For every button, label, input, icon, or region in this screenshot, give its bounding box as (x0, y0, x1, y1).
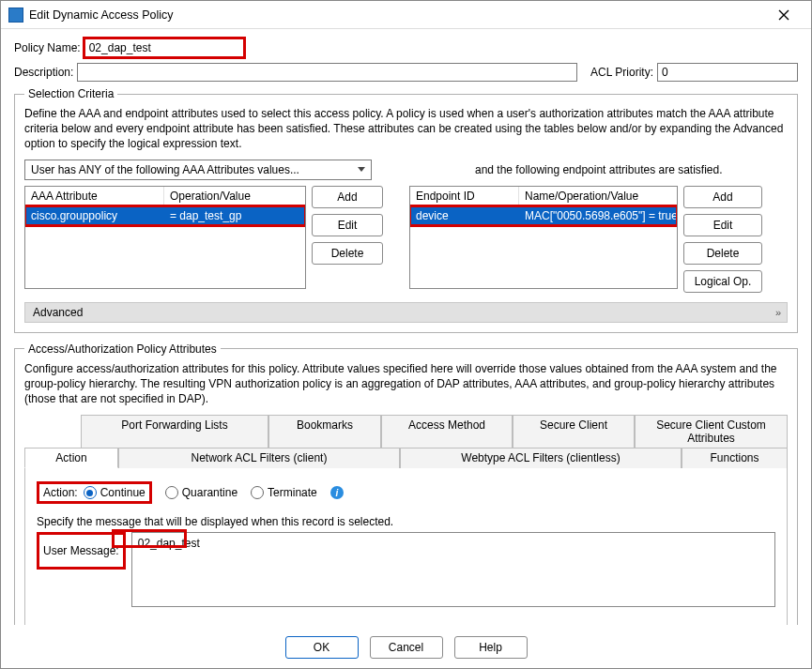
selection-intro: Define the AAA and endpoint attributes u… (24, 106, 788, 152)
endpoint-button-column: Add Edit Delete Logical Op. (683, 186, 762, 293)
policy-attrs-intro: Configure access/authorization attribute… (24, 361, 788, 407)
aaa-row-val: = dap_test_gp (164, 206, 305, 225)
aaa-match-dropdown[interactable]: User has ANY of the following AAA Attrib… (24, 160, 372, 180)
cancel-button[interactable]: Cancel (370, 636, 443, 659)
acl-priority-label: ACL Priority: (590, 66, 653, 79)
user-message-label-box: User Message: (37, 532, 126, 570)
tables-row: AAA Attribute Operation/Value cisco.grou… (24, 186, 788, 293)
help-button[interactable]: Help (454, 636, 528, 659)
criteria-header-row: User has ANY of the following AAA Attrib… (24, 160, 788, 180)
tabs-container: Port Forwarding Lists Bookmarks Access M… (24, 414, 788, 625)
tab-bookmarks[interactable]: Bookmarks (268, 415, 381, 448)
radio-quarantine[interactable]: Quarantine (165, 486, 237, 499)
endpoint-col-id: Endpoint ID (410, 187, 519, 205)
advanced-label: Advanced (33, 306, 83, 319)
aaa-row-attr: cisco.grouppolicy (25, 206, 164, 225)
radio-circle-icon (165, 486, 178, 499)
user-message-prompt: Specify the message that will be display… (37, 515, 775, 528)
tab-secure-client-custom[interactable]: Secure Client Custom Attributes (635, 415, 788, 448)
aaa-table-head: AAA Attribute Operation/Value (25, 187, 305, 206)
aaa-table[interactable]: AAA Attribute Operation/Value cisco.grou… (24, 186, 306, 289)
aaa-col-attribute: AAA Attribute (25, 187, 164, 205)
aaa-match-dropdown-text: User has ANY of the following AAA Attrib… (31, 163, 299, 176)
endpoint-logical-button[interactable]: Logical Op. (683, 270, 762, 293)
endpoint-delete-button[interactable]: Delete (683, 242, 762, 265)
tab-webtype-acl[interactable]: Webtype ACL Filters (clientless) (400, 448, 682, 468)
aaa-edit-button[interactable]: Edit (312, 214, 383, 236)
endpoint-table-head: Endpoint ID Name/Operation/Value (410, 187, 677, 206)
selection-criteria-group: Selection Criteria Define the AAA and en… (14, 87, 798, 333)
endpoint-edit-button[interactable]: Edit (683, 214, 762, 236)
advanced-expander[interactable]: Advanced » (24, 302, 788, 323)
policy-name-row: Policy Name: (14, 38, 798, 57)
tab-network-acl[interactable]: Network ACL Filters (client) (118, 448, 400, 468)
description-input[interactable] (77, 63, 577, 82)
radio-continue[interactable]: Continue (84, 486, 146, 499)
aaa-col-opval: Operation/Value (164, 187, 305, 205)
endpoint-table-row[interactable]: device MAC["0050.5698.e605"] = true (410, 206, 677, 225)
radio-terminate-label: Terminate (268, 486, 317, 499)
policy-name-label: Policy Name: (14, 41, 81, 54)
radio-terminate[interactable]: Terminate (251, 486, 317, 499)
policy-attrs-group: Access/Authorization Policy Attributes C… (14, 342, 798, 625)
acl-priority-input[interactable] (657, 63, 798, 82)
tab-action[interactable]: Action (24, 448, 118, 468)
radio-circle-icon (84, 486, 97, 499)
tab-access-method[interactable]: Access Method (381, 415, 513, 448)
description-row: Description: ACL Priority: (14, 63, 798, 82)
dialog-footer: OK Cancel Help (1, 625, 811, 668)
window-title: Edit Dynamic Access Policy (29, 8, 764, 22)
tab-functions[interactable]: Functions (682, 448, 788, 468)
endpoint-col-opval: Name/Operation/Value (519, 187, 677, 205)
endpoint-note: and the following endpoint attributes ar… (475, 163, 723, 176)
endpoint-table[interactable]: Endpoint ID Name/Operation/Value device … (409, 186, 678, 289)
app-icon (8, 8, 23, 23)
radio-circle-icon (251, 486, 264, 499)
policy-name-input[interactable] (84, 38, 244, 57)
tabs-row-back: Port Forwarding Lists Bookmarks Access M… (24, 414, 788, 447)
action-label: Action: (43, 486, 78, 499)
close-button[interactable] (764, 2, 804, 28)
content-area: Policy Name: Description: ACL Priority: … (1, 29, 811, 625)
action-highlight: Action: Continue (37, 481, 152, 504)
tab-secure-client[interactable]: Secure Client (513, 415, 635, 448)
dialog-window: Edit Dynamic Access Policy Policy Name: … (0, 0, 812, 669)
aaa-delete-button[interactable]: Delete (312, 242, 383, 265)
radio-quarantine-label: Quarantine (182, 486, 237, 499)
tab-port-forwarding[interactable]: Port Forwarding Lists (81, 415, 268, 448)
info-icon[interactable]: i (330, 486, 344, 499)
aaa-table-row[interactable]: cisco.grouppolicy = dap_test_gp (25, 206, 305, 225)
aaa-add-button[interactable]: Add (312, 186, 383, 208)
endpoint-table-body: device MAC["0050.5698.e605"] = true (410, 206, 677, 288)
aaa-table-body: cisco.grouppolicy = dap_test_gp (25, 206, 305, 288)
endpoint-row-val: MAC["0050.5698.e605"] = true (519, 206, 677, 225)
chevron-down-icon (358, 167, 365, 172)
endpoint-add-button[interactable]: Add (683, 186, 762, 208)
aaa-block: AAA Attribute Operation/Value cisco.grou… (24, 186, 383, 293)
tabs-row-front: Action Network ACL Filters (client) Webt… (24, 447, 788, 467)
user-message-textarea[interactable] (131, 532, 775, 607)
selection-criteria-legend: Selection Criteria (24, 87, 117, 100)
ok-button[interactable]: OK (285, 636, 359, 659)
endpoint-row-id: device (410, 206, 519, 225)
description-label: Description: (14, 66, 73, 79)
aaa-button-column: Add Edit Delete (312, 186, 383, 293)
tab-body-action: Action: Continue Quarantine (24, 467, 788, 625)
titlebar: Edit Dynamic Access Policy (1, 1, 811, 29)
user-message-row: User Message: (37, 532, 775, 607)
endpoint-block: Endpoint ID Name/Operation/Value device … (409, 186, 762, 293)
policy-attrs-legend: Access/Authorization Policy Attributes (24, 342, 221, 356)
user-message-label: User Message: (43, 544, 119, 557)
radio-continue-label: Continue (100, 486, 146, 499)
double-chevron-down-icon: » (775, 307, 779, 318)
close-icon (778, 9, 789, 21)
action-radio-row: Action: Continue Quarantine (37, 481, 775, 504)
